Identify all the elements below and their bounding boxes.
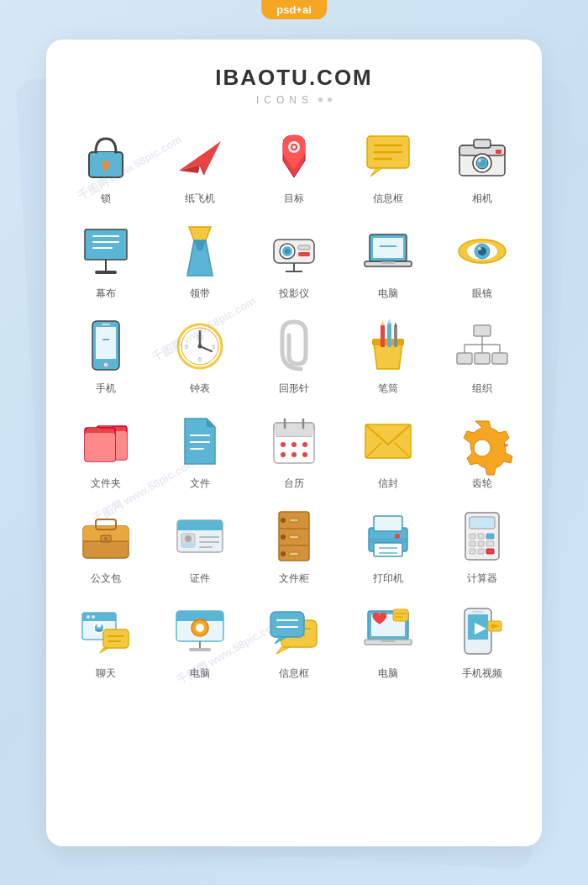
icon-org: 组织 xyxy=(439,316,525,396)
svg-point-60 xyxy=(198,344,202,348)
icon-paperclip: 回形针 xyxy=(251,316,337,396)
svg-rect-134 xyxy=(369,538,407,543)
icon-id-card: 证件 xyxy=(157,506,243,586)
svg-point-98 xyxy=(302,452,307,457)
svg-marker-30 xyxy=(189,227,211,240)
svg-point-149 xyxy=(87,615,90,619)
svg-rect-145 xyxy=(486,549,494,554)
icon-briefcase: 公文包 xyxy=(63,506,149,586)
svg-rect-52 xyxy=(96,327,116,359)
svg-point-97 xyxy=(291,452,297,457)
icon-projector: 投影仪 xyxy=(251,221,337,301)
icon-document: 文件 xyxy=(157,411,243,491)
icon-paper-plane: 纸飞机 xyxy=(157,126,243,206)
icon-eye: 眼镜 xyxy=(439,221,525,301)
icon-phone: 手机 xyxy=(63,316,149,396)
svg-rect-42 xyxy=(373,238,403,258)
svg-point-126 xyxy=(281,535,286,540)
svg-rect-130 xyxy=(374,543,402,556)
svg-point-102 xyxy=(474,440,491,456)
svg-point-94 xyxy=(291,442,297,447)
svg-rect-151 xyxy=(103,630,129,648)
svg-point-50 xyxy=(478,247,481,250)
svg-rect-122 xyxy=(289,519,299,522)
svg-rect-80 xyxy=(492,353,507,364)
svg-rect-176 xyxy=(393,609,408,621)
svg-rect-129 xyxy=(374,516,402,531)
svg-rect-72 xyxy=(474,325,491,336)
svg-rect-84 xyxy=(85,433,115,461)
icon-desktop: 电脑 xyxy=(157,601,243,681)
site-title: IBAOTU.COM xyxy=(215,65,373,91)
svg-rect-23 xyxy=(496,150,501,154)
svg-point-114 xyxy=(185,535,192,542)
svg-rect-38 xyxy=(298,252,310,256)
svg-rect-142 xyxy=(486,541,494,546)
icon-tie: 领带 xyxy=(157,221,243,301)
svg-rect-1 xyxy=(97,152,114,157)
icon-clock: 12 3 6 9 钟表 xyxy=(157,316,243,396)
icons-grid: 锁 纸飞机 xyxy=(63,126,525,681)
format-badge: psd+ai xyxy=(261,0,327,19)
icon-pencil-cup: 笔筒 xyxy=(345,316,431,396)
icon-envelope: 信封 xyxy=(345,411,431,491)
icon-laptop: 电脑 xyxy=(345,221,431,301)
icon-calendar: 台历 xyxy=(251,411,337,491)
icon-phone-video: 手机视频 xyxy=(439,601,525,681)
icon-laptop2: 电脑 xyxy=(345,601,431,681)
svg-text:3: 3 xyxy=(212,344,215,350)
svg-point-10 xyxy=(292,145,296,149)
icon-chat: 聊天 xyxy=(63,601,149,681)
svg-rect-137 xyxy=(470,534,475,539)
icon-calculator: 计算器 xyxy=(439,506,525,586)
icon-message: 信息框 xyxy=(345,126,431,206)
svg-rect-68 xyxy=(387,324,391,347)
svg-rect-90 xyxy=(274,429,314,436)
svg-point-95 xyxy=(302,442,307,447)
svg-point-108 xyxy=(104,537,108,540)
svg-rect-140 xyxy=(470,541,475,546)
icon-lock: 锁 xyxy=(63,126,149,206)
svg-rect-115 xyxy=(181,542,195,547)
svg-marker-167 xyxy=(276,647,290,654)
svg-point-96 xyxy=(281,452,286,457)
svg-rect-18 xyxy=(474,140,491,148)
svg-rect-24 xyxy=(85,229,127,260)
svg-point-163 xyxy=(196,624,204,632)
icon-file-cabinet: 文件柜 xyxy=(251,506,337,586)
svg-text:6: 6 xyxy=(198,356,202,362)
svg-rect-136 xyxy=(470,517,495,529)
svg-rect-144 xyxy=(478,549,484,554)
svg-rect-70 xyxy=(394,327,397,347)
svg-rect-79 xyxy=(475,353,490,364)
svg-rect-37 xyxy=(298,245,310,250)
svg-rect-29 xyxy=(95,271,117,274)
icon-speech-bubble: 信息框 xyxy=(251,601,337,681)
svg-marker-15 xyxy=(370,168,382,176)
icon-screen: 幕布 xyxy=(63,221,149,301)
svg-text:9: 9 xyxy=(185,344,188,350)
svg-point-36 xyxy=(285,249,290,254)
svg-rect-138 xyxy=(478,534,484,539)
main-card: 千图网 www.58pic.com 千图网 www.58pic.com 千图网 … xyxy=(46,40,542,846)
svg-rect-3 xyxy=(104,166,108,171)
svg-point-53 xyxy=(103,362,108,367)
icon-folder: 文件夹 xyxy=(63,411,149,491)
svg-rect-66 xyxy=(381,325,385,347)
svg-rect-123 xyxy=(289,535,299,539)
svg-rect-45 xyxy=(381,261,395,264)
icon-printer: 打印机 xyxy=(345,506,431,586)
icon-gear: 齿轮 xyxy=(439,411,525,491)
svg-point-156 xyxy=(97,623,102,627)
svg-rect-112 xyxy=(177,525,223,530)
svg-text:12: 12 xyxy=(197,335,203,340)
icon-camera: 相机 xyxy=(439,126,525,206)
svg-marker-71 xyxy=(394,322,397,327)
site-subtitle: ICONS xyxy=(256,94,332,106)
svg-marker-67 xyxy=(381,320,385,325)
svg-rect-143 xyxy=(470,549,475,554)
svg-marker-154 xyxy=(100,648,108,653)
svg-rect-161 xyxy=(189,648,211,651)
svg-point-150 xyxy=(92,615,95,619)
svg-rect-124 xyxy=(289,552,299,556)
